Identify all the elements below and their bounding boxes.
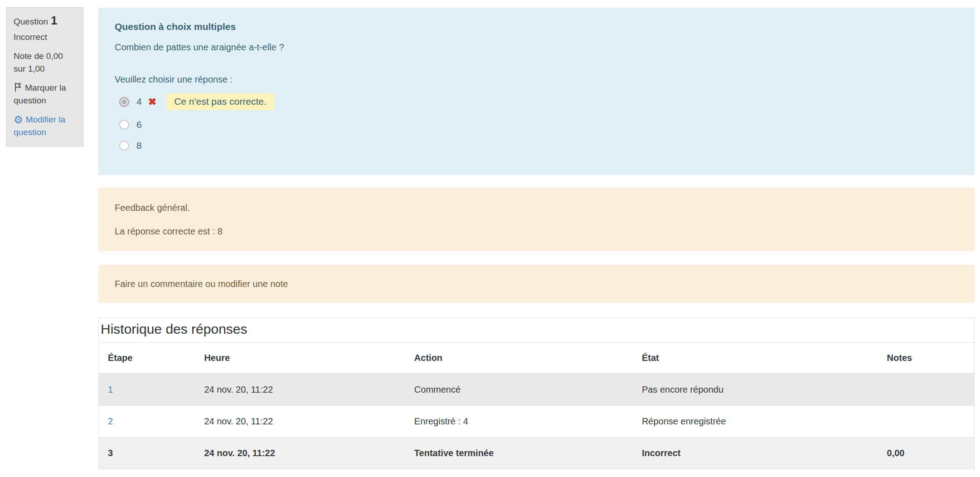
cell-state: Réponse enregistrée (633, 405, 878, 437)
option-feedback: Ce n'est pas correcte. (166, 93, 274, 110)
step-link[interactable]: 2 (108, 416, 113, 426)
step-link[interactable]: 1 (108, 385, 113, 394)
cell-action: Enregistré : 4 (405, 405, 633, 437)
comment-box: Faire un commentaire ou modifier une not… (98, 265, 975, 303)
question-info-panel: Question1 Incorrect Note de 0,00 sur 1,0… (6, 7, 83, 146)
cell-step: 2 (99, 405, 195, 437)
general-feedback-text: Feedback général. (115, 202, 958, 214)
cell-state: Incorrect (633, 437, 878, 469)
incorrect-cross-icon: ✖ (148, 95, 156, 109)
history-column-header: Action (405, 342, 633, 374)
cell-action: Tentative terminée (405, 437, 633, 469)
cell-marks: 0,00 (878, 437, 974, 469)
cell-time: 24 nov. 20, 11:22 (195, 374, 405, 406)
cell-marks (878, 374, 974, 406)
cell-state: Pas encore répondu (633, 374, 878, 406)
history-row: 324 nov. 20, 11:22Tentative terminéeInco… (99, 437, 974, 469)
question-label: Question (14, 17, 48, 26)
gear-icon: ⚙ (14, 115, 23, 124)
option-label: 6 (136, 118, 142, 131)
question-grade: Note de 0,00 sur 1,00 (14, 50, 76, 75)
history-column-header: Heure (195, 342, 405, 374)
option-label: 8 (136, 139, 142, 152)
cell-marks (878, 405, 974, 437)
flag-question-button[interactable]: Marquer la question (14, 82, 76, 107)
response-history-title: Historique des réponses (99, 318, 974, 342)
answer-option: 8 (119, 135, 958, 156)
cell-time: 24 nov. 20, 11:22 (195, 437, 405, 469)
question-number: 1 (51, 14, 57, 27)
radio-button-selected[interactable] (119, 97, 129, 107)
answer-options: 4✖Ce n'est pas correcte.68 (115, 89, 958, 156)
history-column-header: Étape (99, 342, 195, 374)
correct-answer-text: La réponse correcte est : 8 (115, 225, 958, 237)
history-header-row: ÉtapeHeureActionÉtatNotes (99, 342, 974, 374)
cell-step: 1 (99, 374, 195, 406)
answer-option: 6 (119, 114, 958, 135)
question-state: Incorrect (14, 31, 76, 44)
flag-icon (14, 82, 22, 92)
radio-button[interactable] (119, 120, 129, 130)
question-text: Combien de pattes une araignée a-t-elle … (115, 41, 958, 54)
question-formulation: Question à choix multiples Combien de pa… (98, 8, 975, 175)
question-number-line: Question1 (14, 14, 76, 28)
response-history-table: ÉtapeHeureActionÉtatNotes 124 nov. 20, 1… (99, 342, 974, 469)
history-row: 124 nov. 20, 11:22CommencéPas encore rép… (99, 374, 974, 406)
answer-option: 4✖Ce n'est pas correcte. (119, 89, 958, 114)
question-type-heading: Question à choix multiples (115, 20, 958, 33)
history-column-header: État (633, 342, 878, 374)
main-content: Question à choix multiples Combien de pa… (98, 8, 975, 469)
option-label: 4 (136, 95, 142, 108)
cell-step: 3 (99, 437, 195, 469)
history-row: 224 nov. 20, 11:22Enregistré : 4Réponse … (99, 405, 974, 437)
edit-question-link[interactable]: ⚙Modifier la question (14, 113, 76, 139)
general-feedback-box: Feedback général. La réponse correcte es… (98, 188, 975, 251)
quiz-review-page: Question1 Incorrect Note de 0,00 sur 1,0… (0, 0, 980, 469)
history-body: 124 nov. 20, 11:22CommencéPas encore rép… (99, 374, 974, 469)
cell-action: Commencé (405, 374, 633, 406)
cell-time: 24 nov. 20, 11:22 (195, 405, 405, 437)
make-comment-link[interactable]: Faire un commentaire ou modifier une not… (115, 279, 288, 289)
response-history: Historique des réponses ÉtapeHeureAction… (98, 318, 975, 469)
history-column-header: Notes (878, 342, 974, 374)
answer-prompt: Veuillez choisir une réponse : (115, 73, 958, 86)
radio-button[interactable] (119, 141, 129, 151)
